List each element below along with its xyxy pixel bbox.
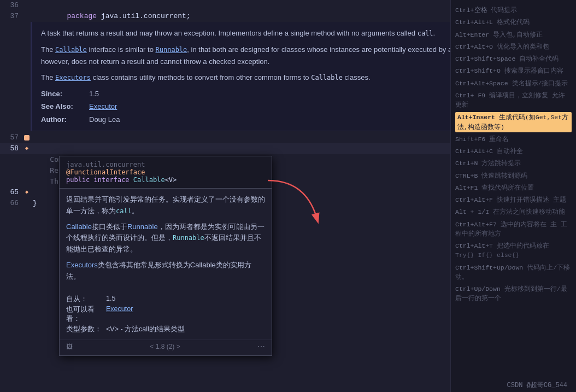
tooltip-package: java.util.concurrent [66,161,265,168]
since-label: Since: [41,88,85,100]
shortcut-18: Ctrl+Alt+T 把选中的代码放在 Try{} If{} else{} [455,241,572,260]
credit-text: CSDN @超哥CG_544 [507,382,567,389]
shortcut-19: Ctrl+Shift+Up/Down 代码向上/下移动。 [455,263,572,282]
type-param-label-tt: 类型参数： [66,325,104,334]
callable-link[interactable]: Callable [55,46,87,54]
tooltip-executors-link[interactable]: Executors [66,261,98,269]
shortcut-9-key: Alt+Insert [457,114,495,121]
line-num-57: 57 [0,132,23,143]
shortcut-20: Ctrl+Up/Down 光标移到到第一行/最后一行的第一个 [455,284,572,303]
gutter-58: ◆ [23,143,31,154]
since-value-tt: 1.5 [106,295,265,304]
gutter-65: ◆ [23,187,31,198]
warning-icon: ◆ [25,143,28,154]
shortcut-7: Ctrl+Alt+Space 类名提示/接口提示 [455,79,572,88]
tooltip-runnable2: Runnable [173,234,204,242]
see-value-tt[interactable]: Executor [106,305,265,324]
meta-since: 自从： 1.5 [66,295,265,304]
gutter-66 [23,198,31,209]
tooltip-annotation: @FunctionalInterface [66,168,265,176]
tooltip-version: < 1.8 (2) > [150,343,180,350]
line-num-66: 66 [0,198,23,209]
meta-see: 也可以看看： Executor [66,305,265,324]
line-num-36: 36 [0,0,23,11]
shortcut-panel: Ctrl+空格 代码提示 Ctrl+Alt+L 格式化代码 Alt+Enter … [450,0,576,392]
package-name: java.util.concurrent; [101,12,191,20]
code-line-66: } [31,198,37,209]
gutter-57 [23,132,31,143]
tooltip-meta: 自从： 1.5 也可以看看： Executor 类型参数： <V> - 方法ca… [60,292,272,340]
code-line-58: public interface Callable<V> { [31,143,195,154]
tooltip-decl: public interface Callable<V> [66,176,265,184]
author-label: Author: [41,114,85,125]
shortcut-14: Alt+F1 查找代码所在位置 [455,183,572,192]
shortcut-9: Alt+Insert 生成代码(如Get,Set方法,构造函数等) [455,112,572,132]
tooltip-decl-kw: public interface [66,176,133,184]
shortcut-5: Ctrl+Shift+Space 自动补全代码 [455,54,572,63]
tooltip-callable-link[interactable]: Callable [66,223,92,231]
tooltip-header: java.util.concurrent @FunctionalInterfac… [60,156,272,189]
code-line-36: package java.util.concurrent; [31,0,191,11]
tooltip-menu-icon[interactable]: ⋯ [257,342,265,351]
code-line-57: @FunctionalInterface [31,132,152,143]
shortcut-16: Alt + 1/I 在方法之间快速移动功能 [455,207,572,217]
tooltip-popup: java.util.concurrent @FunctionalInterfac… [59,156,272,356]
gutter-37 [23,11,31,22]
tooltip-body: 返回结果并可能引发异常的任务。实现者定义了一个没有参数的单一方法，称为call。… [60,189,272,292]
tooltip-decl-generic: <V> [165,176,177,184]
shortcut-3: Alt+Enter 导入包,自动修正 [455,30,572,39]
since-label-tt: 自从： [66,295,104,304]
tooltip-decl-name: Callable [133,176,165,184]
line-num-37: 37 [0,11,23,22]
tooltip-para1: 返回结果并可能引发异常的任务。实现者定义了一个没有参数的单一方法，称为call。 [66,194,265,217]
line-num-65: 65 [0,187,23,198]
shortcut-2: Ctrl+Alt+L 格式化代码 [455,17,572,27]
code-line-37 [31,11,33,22]
shortcut-12: Ctrl+N 方法跳转提示 [455,159,572,168]
bookmark-icon [24,135,30,141]
tooltip-para3: Executors类包含将其他常见形式转换为Callable类的实用方法。 [66,260,265,283]
runnable-link1[interactable]: Runnable [156,46,187,54]
keyword-package: package [67,12,101,20]
type-param-value-tt: <V> - 方法call的结果类型 [106,325,265,334]
shortcut-10: Shift+F6 重命名 [455,134,572,144]
bottom-bar: CSDN @超哥CG_544 [498,378,576,392]
line-num-58: 58 [0,143,23,154]
shortcut-13: CTRL+B 快速跳转到源码 [455,171,572,180]
meta-typeparam: 类型参数： <V> - 方法call的结果类型 [66,325,265,334]
shortcut-4: Ctrl+Alt+O 优化导入的类和包 [455,42,572,51]
tooltip-runnable-link[interactable]: Runnable [127,223,158,231]
see-label: See Also: [41,101,85,112]
tooltip-footer: 🖼 < 1.8 (2) > ⋯ [60,340,272,355]
tooltip-para2: Callable接口类似于Runnable，因为两者都是为实例可能由另一个线程执… [66,221,265,255]
warning-icon-65: ◆ [25,187,28,198]
shortcut-15: Ctrl+Alt+F 快速打开错误描述 主题 [455,195,572,204]
shortcut-8: Ctrl+ F9 编译项目，立刻修复 允许更新 [455,91,572,110]
see-label-tt: 也可以看看： [66,305,104,324]
tooltip-icon: 🖼 [66,343,73,350]
shortcut-1: Ctrl+空格 代码提示 [455,5,572,15]
gutter-36 [23,0,31,11]
shortcut-17: Ctrl+Alt+F7 选中的内容将在 主 工程中的所有地方 [455,220,572,239]
shortcut-6: Ctrl+Shift+O 搜索显示器窗口内容 [455,66,572,75]
tooltip-call-ref: call [116,207,132,215]
executors-link[interactable]: Executors [55,74,91,81]
shortcut-11: Ctrl+Alt+C 自动补全 [455,147,572,156]
